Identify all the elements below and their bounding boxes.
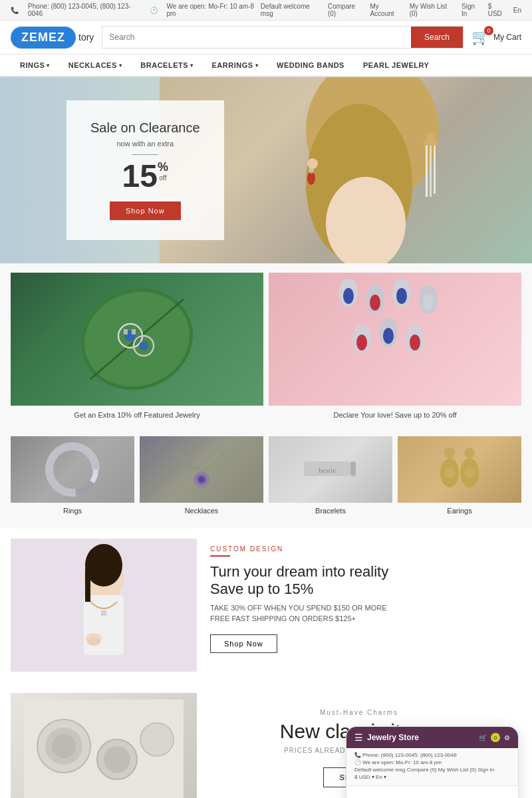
category-rings[interactable]: Rings [11,436,134,519]
svg-point-55 [464,467,475,478]
feature-banner-left-image [11,273,263,406]
hero-percent-detail: % off [158,160,168,182]
svg-point-10 [426,133,434,141]
svg-point-52 [444,467,455,478]
svg-point-59 [85,544,122,587]
hero-title: Sale on Clearance [90,120,200,136]
svg-point-27 [396,288,407,304]
cart-icon-wrapper: 🛒 0 [471,29,489,46]
category-earrings[interactable]: Earings [398,436,521,519]
nav-necklaces-arrow: ▾ [119,63,122,68]
phone-mockup: ☰ Jewelry Store 🛒 0 ⚙ 📞 Phone: (800) 123… [346,726,519,798]
svg-point-53 [464,448,475,458]
nav-bracelets[interactable]: BRACELETS ▾ [131,55,202,76]
hero-shop-now-button[interactable]: Shop Now [110,201,181,220]
hero-percent-wrapper: 15 % off [90,160,200,192]
phone-top-icons: 🛒 0 ⚙ [479,733,510,742]
search-bar: Search [102,26,464,49]
svg-point-46 [199,477,204,482]
svg-point-24 [370,295,380,311]
hero-off-text: off [158,174,168,182]
nav-pearl-label: PEARL JEWELRY [363,61,429,69]
search-input[interactable] [102,27,411,48]
custom-design-title: Turn your dream into reality Save up to … [210,563,521,598]
top-bar-right: Default welcome msg Compare (0) My Accou… [261,3,521,17]
header: ZEMEZ tory Search 🛒 0 My Cart [0,21,532,55]
custom-design-shop-button[interactable]: Shop Now [210,634,277,653]
svg-point-69 [104,746,130,773]
svg-point-33 [356,334,367,350]
compare-link[interactable]: Compare (0) [328,3,364,17]
svg-rect-7 [430,144,432,197]
phone-cart-badge: 0 [491,733,500,742]
category-necklaces[interactable]: Necklaces [140,436,263,519]
hours-text: We are open: Mo-Fr: 10 am-8 pm [167,3,261,17]
welcome-msg: Default welcome msg [261,3,321,17]
feature-banner-right[interactable]: Declare Your love! Save up to 20% off [269,273,521,422]
phone-numbers: Phone: (800) 123-0045; (800) 123-0046 [28,3,140,17]
hero-divider [132,154,158,155]
phone-settings-icon[interactable]: ⚙ [504,734,510,741]
wishlist-link[interactable]: My Wish List (0) [410,3,455,17]
custom-design-text: CUSTOM DESIGN Turn your dream into reali… [210,539,521,653]
phone-menu-icon[interactable]: ☰ [354,732,363,743]
feature-banner-right-image [269,273,521,406]
phone-info-links: Default welcome msg Compare (0) My Wish … [354,767,510,773]
phone-cart-icon[interactable]: 🛒 [479,734,487,741]
cart-area[interactable]: 🛒 0 My Cart [471,29,521,46]
top-bar: 📞 Phone: (800) 123-0045; (800) 123-0046 … [0,0,532,21]
charms-left [0,682,186,798]
svg-rect-9 [424,140,437,146]
hero-subtitle: now with an extra [90,140,200,148]
feature-banners: Get an Extra 10% off Featured Jewelry [0,263,532,431]
svg-rect-58 [84,595,124,655]
svg-point-67 [52,734,76,758]
svg-point-70 [140,723,174,756]
hero-content: Sale on Clearance now with an extra 15 %… [66,100,224,240]
nav-bracelets-label: BRACELETS [140,61,188,69]
hero-percent: 15 [122,160,158,192]
phone-top-bar: ☰ Jewelry Store 🛒 0 ⚙ [346,727,518,748]
category-rings-image [11,436,134,503]
nav-earrings-arrow: ▾ [255,63,259,68]
account-link[interactable]: My Account [370,3,402,17]
nav-pearl-jewelry[interactable]: PEARL JEWELRY [354,55,438,76]
category-bracelets-label: Bracelets [269,503,392,519]
category-bracelets[interactable]: bestie Bracelets [269,436,392,519]
svg-rect-16 [124,329,128,334]
nav-bracelets-arrow: ▾ [190,63,194,68]
custom-design-image [11,539,197,672]
phone-info-hours: 🕐 We are open: Mo-Fr: 10 am-8 pm [354,759,510,765]
clock-icon: 🕐 [150,7,158,14]
svg-point-30 [423,295,434,311]
hero-superscript: % [158,160,168,174]
hero-banner: Sale on Clearance now with an extra 15 %… [0,77,532,263]
svg-rect-60 [85,569,90,602]
nav-rings[interactable]: RINGS ▾ [11,55,59,76]
cart-label: My Cart [493,33,521,42]
search-button[interactable]: Search [411,27,463,48]
nav-earrings[interactable]: EARRINGS ▾ [203,55,268,76]
custom-design-tag: CUSTOM DESIGN [210,545,521,553]
signin-link[interactable]: Sign In [462,3,481,17]
custom-design-section: CUSTOM DESIGN Turn your dream into reali… [0,528,532,682]
nav-wedding-label: WEDDING BANDS [277,61,344,69]
svg-rect-6 [426,144,428,197]
nav-wedding-bands[interactable]: WEDDING BANDS [267,55,354,76]
navigation: RINGS ▾ NECKLACES ▾ BRACELETS ▾ EARRINGS… [0,55,532,77]
charms-label: Must-Have Charms [200,709,519,716]
charms-image [11,693,197,798]
mobile-section: Must-Have Charms New classic items PRICE… [0,682,532,798]
custom-design-line1: TAKE 30% OFF WHEN YOU SPEND $150 OR MORE [210,604,521,612]
currency-select[interactable]: $ USD [488,3,507,17]
nav-earrings-label: EARRINGS [212,61,253,69]
nav-necklaces[interactable]: NECKLACES ▾ [59,55,131,76]
cart-badge: 0 [484,26,493,35]
svg-rect-61 [101,610,106,616]
logo-suffix: tory [78,32,94,43]
language-select[interactable]: En [513,7,521,14]
feature-banner-left[interactable]: Get an Extra 10% off Featured Jewelry [11,273,263,422]
svg-rect-8 [434,144,436,194]
svg-point-50 [444,448,455,458]
logo[interactable]: ZEMEZ [11,27,76,49]
